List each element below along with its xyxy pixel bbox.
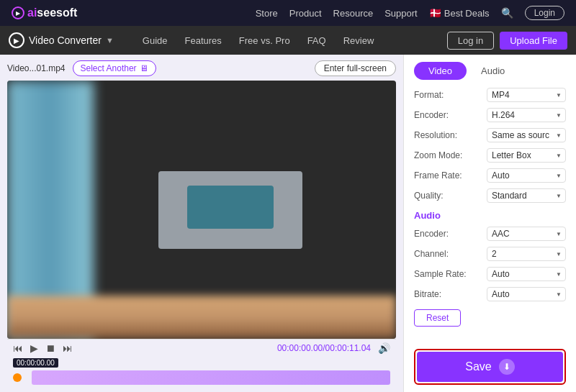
sample-rate-label: Sample Rate: [414, 269, 472, 279]
file-name: Video...01.mp4 [7, 63, 66, 73]
second-nav-links: Guide Features Free vs. Pro FAQ Review [143, 35, 433, 46]
resolution-select[interactable]: Same as source [487, 128, 566, 142]
video-preview [7, 81, 396, 339]
frame-rate-row: Frame Rate: Auto [414, 168, 566, 183]
second-nav-right: Log in Upload File [447, 32, 567, 50]
audio-encoder-label: Encoder: [414, 229, 472, 239]
zoom-mode-label: Zoom Mode: [414, 150, 472, 160]
format-select[interactable]: MP4 [487, 88, 566, 102]
logo-icon: ▶ [12, 6, 24, 19]
frame-rate-select[interactable]: Auto [487, 168, 566, 183]
bitrate-select[interactable]: Auto [487, 287, 566, 301]
log-in-button[interactable]: Log in [447, 32, 494, 50]
zoom-mode-select[interactable]: Letter Box [487, 148, 566, 163]
channel-select[interactable]: 2 [487, 247, 566, 261]
timeline-track[interactable] [32, 370, 390, 385]
audio-encoder-select[interactable]: AAC [487, 227, 566, 241]
main-area: Video...01.mp4 Select Another 🖥 Enter fu… [0, 55, 576, 392]
top-navigation: ▶ aiseesoft Store Product Resource Suppo… [0, 0, 576, 26]
encoder-select[interactable]: H.264 [487, 108, 566, 122]
play-button[interactable]: ▶ [30, 342, 38, 354]
search-icon[interactable]: 🔍 [501, 7, 513, 19]
save-icon: ⬇ [499, 359, 515, 375]
format-label: Format: [414, 90, 472, 100]
bitrate-row: Bitrate: Auto [414, 287, 566, 301]
app-title: Video Converter [29, 35, 102, 46]
frame-rate-label: Frame Rate: [414, 170, 472, 181]
best-deals-link[interactable]: 🇩🇰 Best Deals [429, 7, 490, 19]
stop-button[interactable]: ⏹ [45, 342, 55, 354]
timeline-bar-row [7, 369, 396, 386]
resolution-row: Resolution: Same as source [414, 128, 566, 142]
video-screen-inner [187, 186, 274, 229]
channel-select-wrapper: 2 [487, 247, 566, 261]
tabs-row: Video Audio [414, 62, 566, 80]
video-controls: ⏮ ▶ ⏹ ⏭ 00:00:00.00/00:00:11.04 🔊 [7, 339, 396, 357]
sample-rate-select-wrapper: Auto [487, 267, 566, 281]
zoom-mode-select-wrapper: Letter Box [487, 148, 566, 163]
faq-link[interactable]: FAQ [307, 35, 326, 46]
video-blur-bottom [7, 296, 396, 339]
features-link[interactable]: Features [185, 35, 222, 46]
save-button[interactable]: Save ⬇ [417, 352, 563, 382]
channel-label: Channel: [414, 249, 472, 259]
encoder-label: Encoder: [414, 110, 472, 120]
review-link[interactable]: Review [343, 35, 374, 46]
audio-encoder-row: Encoder: AAC [414, 227, 566, 241]
support-link[interactable]: Support [384, 8, 418, 19]
second-navigation: ▶ Video Converter ▼ Guide Features Free … [0, 26, 576, 55]
logo: ▶ aiseesoft [12, 6, 77, 19]
encoder-select-wrapper: H.264 [487, 108, 566, 122]
quality-select[interactable]: Standard [487, 188, 566, 203]
product-link[interactable]: Product [289, 8, 322, 19]
resolution-select-wrapper: Same as source [487, 128, 566, 142]
save-btn-container: Save ⬇ [414, 349, 566, 385]
encoder-row: Encoder: H.264 [414, 108, 566, 122]
reset-button[interactable]: Reset [414, 309, 461, 327]
store-link[interactable]: Store [256, 8, 278, 19]
fullscreen-button[interactable]: Enter full-screen [315, 60, 396, 76]
format-row: Format: MP4 [414, 88, 566, 102]
top-nav-links: Store Product Resource Support 🇩🇰 Best D… [256, 6, 564, 20]
logo-text: aiseesoft [27, 6, 77, 19]
freevspro-link[interactable]: Free vs. Pro [239, 35, 290, 46]
time-display: 00:00:00.00/00:00:11.04 [277, 343, 371, 353]
bitrate-select-wrapper: Auto [487, 287, 566, 301]
save-label: Save [465, 360, 491, 373]
app-title-area: ▶ Video Converter ▼ [9, 32, 114, 48]
left-panel: Video...01.mp4 Select Another 🖥 Enter fu… [0, 55, 403, 392]
volume-icon[interactable]: 🔊 [378, 342, 390, 354]
quality-row: Quality: Standard [414, 188, 566, 203]
timeline-row: 00:00:00.00 [7, 357, 396, 369]
right-panel: Video Audio Format: MP4 Encoder: H.264 R… [403, 55, 576, 392]
audio-tab[interactable]: Audio [467, 62, 519, 80]
channel-row: Channel: 2 [414, 247, 566, 261]
sample-rate-select[interactable]: Auto [487, 267, 566, 281]
bitrate-label: Bitrate: [414, 289, 472, 299]
quality-select-wrapper: Standard [487, 188, 566, 203]
resolution-label: Resolution: [414, 130, 472, 140]
guide-link[interactable]: Guide [143, 35, 168, 46]
flag-icon: 🇩🇰 [429, 7, 441, 19]
format-select-wrapper: MP4 [487, 88, 566, 102]
select-another-button[interactable]: Select Another 🖥 [73, 60, 156, 76]
zoom-mode-row: Zoom Mode: Letter Box [414, 148, 566, 163]
app-icon: ▶ [9, 32, 24, 48]
time-badge: 00:00:00.00 [13, 358, 58, 368]
audio-encoder-select-wrapper: AAC [487, 227, 566, 241]
video-center-content [158, 171, 302, 249]
rewind-button[interactable]: ⏮ [13, 342, 23, 354]
login-button[interactable]: Login [525, 6, 564, 20]
quality-label: Quality: [414, 191, 472, 201]
monitor-icon: 🖥 [140, 63, 148, 73]
video-tab[interactable]: Video [414, 62, 467, 80]
toolbar-row: Video...01.mp4 Select Another 🖥 Enter fu… [7, 60, 396, 76]
resource-link[interactable]: Resource [333, 8, 374, 19]
fast-forward-button[interactable]: ⏭ [63, 342, 73, 354]
upload-file-button[interactable]: Upload File [500, 32, 567, 50]
audio-section-label: Audio [414, 210, 566, 221]
sample-rate-row: Sample Rate: Auto [414, 267, 566, 281]
dropdown-icon[interactable]: ▼ [106, 36, 114, 45]
timeline-marker [13, 373, 22, 382]
frame-rate-select-wrapper: Auto [487, 168, 566, 183]
